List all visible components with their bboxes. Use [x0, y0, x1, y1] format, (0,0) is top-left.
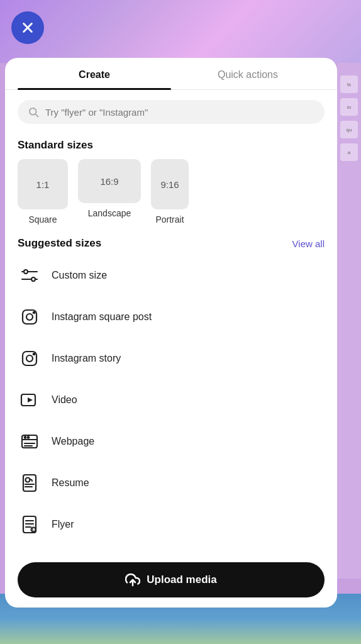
list-item-flyer-label: Flyer — [52, 519, 74, 530]
side-item-2: lo — [340, 98, 358, 116]
upload-bar: Upload media — [5, 555, 337, 608]
size-card-portrait-ratio: 9:16 — [160, 179, 179, 190]
size-card-square-box: 1:1 — [18, 159, 68, 209]
size-card-portrait-box: 9:16 — [151, 159, 189, 209]
background-top — [0, 0, 361, 63]
side-item-3: qu — [340, 121, 358, 138]
size-card-square[interactable]: 1:1 Square — [18, 159, 68, 225]
close-button[interactable] — [11, 11, 44, 44]
list-item-video-label: Video — [52, 394, 77, 406]
svg-point-19 — [28, 436, 30, 438]
size-card-square-label: Square — [28, 214, 57, 225]
size-card-portrait[interactable]: 9:16 Portrait — [151, 159, 189, 225]
content-area: Standard sizes 1:1 Square 16:9 Landscape… — [5, 129, 337, 555]
standard-sizes-title: Standard sizes — [18, 139, 325, 152]
list-item-resume-label: Resume — [52, 477, 89, 489]
search-container — [5, 90, 337, 129]
side-item-4: a — [340, 143, 358, 161]
list-item-webpage[interactable]: Webpage — [18, 421, 325, 462]
svg-point-18 — [25, 436, 26, 438]
svg-point-7 — [31, 277, 35, 281]
list-item-custom-size-label: Custom size — [52, 270, 107, 281]
tab-create[interactable]: Create — [18, 58, 171, 89]
suggested-sizes-header: Suggested sizes View all — [18, 237, 325, 250]
list-item-instagram-story-label: Instagram story — [52, 353, 121, 364]
search-bar — [18, 100, 325, 124]
svg-marker-15 — [28, 397, 33, 402]
size-card-landscape[interactable]: 16:9 Landscape — [78, 159, 141, 225]
upload-media-label: Upload media — [147, 574, 216, 586]
side-item-1: ts — [340, 75, 358, 93]
svg-line-3 — [35, 114, 38, 116]
flyer-icon: $ — [18, 513, 42, 536]
main-modal: Create Quick actions Standard sizes 1:1 … — [5, 58, 337, 608]
side-panel-right: ts lo qu a — [337, 63, 361, 579]
svg-point-9 — [26, 314, 33, 320]
standard-sizes-list: 1:1 Square 16:9 Landscape 9:16 Portrait — [18, 159, 325, 225]
size-card-landscape-ratio: 16:9 — [100, 176, 118, 187]
search-icon — [28, 106, 39, 118]
webpage-icon — [18, 430, 42, 453]
list-item-instagram-square-label: Instagram square post — [52, 311, 152, 323]
size-card-square-ratio: 1:1 — [36, 179, 50, 190]
tabs-container: Create Quick actions — [5, 58, 337, 90]
list-item-flyer[interactable]: $ Flyer — [18, 504, 325, 545]
list-item-video[interactable]: Video — [18, 379, 325, 421]
size-card-landscape-box: 16:9 — [78, 159, 141, 203]
instagram-icon-1 — [18, 305, 42, 329]
video-icon — [18, 388, 42, 412]
sliders-icon — [18, 264, 42, 287]
svg-point-6 — [24, 270, 28, 274]
list-item-webpage-label: Webpage — [52, 436, 94, 447]
svg-point-12 — [26, 355, 33, 362]
svg-point-23 — [26, 478, 30, 482]
svg-rect-22 — [23, 475, 36, 491]
instagram-icon-2 — [18, 347, 42, 370]
svg-text:$: $ — [32, 528, 34, 531]
tab-quick-actions[interactable]: Quick actions — [171, 58, 325, 89]
list-item-custom-size[interactable]: Custom size — [18, 255, 325, 296]
upload-icon — [125, 572, 140, 587]
view-all-link[interactable]: View all — [292, 238, 325, 249]
size-card-portrait-label: Portrait — [155, 214, 184, 225]
svg-point-13 — [33, 353, 35, 355]
search-input[interactable] — [45, 107, 314, 118]
list-item-resume[interactable]: Resume — [18, 462, 325, 504]
upload-media-button[interactable]: Upload media — [18, 562, 325, 597]
list-item-instagram-square[interactable]: Instagram square post — [18, 296, 325, 338]
svg-point-10 — [33, 312, 35, 313]
suggested-sizes-title: Suggested sizes — [18, 237, 101, 250]
list-item-instagram-story[interactable]: Instagram story — [18, 338, 325, 379]
resume-icon — [18, 471, 42, 495]
size-card-landscape-label: Landscape — [88, 208, 131, 218]
